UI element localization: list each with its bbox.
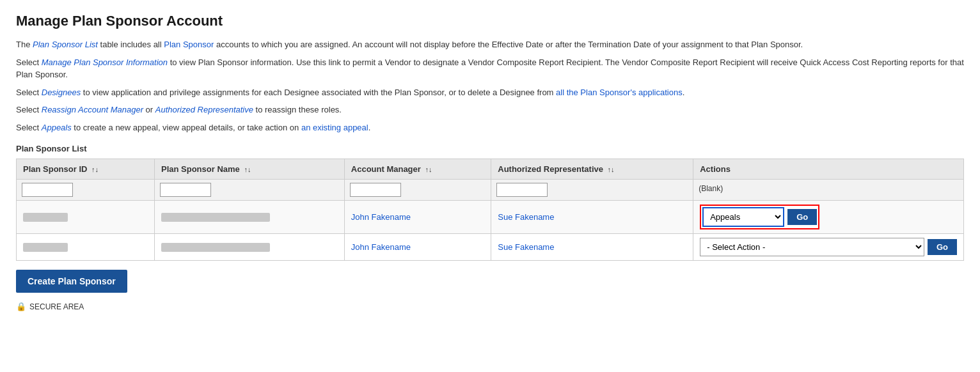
appeals-link[interactable]: Appeals — [42, 123, 72, 132]
plan-sponsor-list-link[interactable]: Plan Sponsor List — [33, 40, 98, 49]
manage-info-link[interactable]: Manage Plan Sponsor Information — [42, 58, 168, 67]
col-plan-sponsor-name[interactable]: Plan Sponsor Name ↑↓ — [155, 159, 345, 180]
col-authorized-rep[interactable]: Authorized Representative ↑↓ — [491, 159, 693, 180]
id-placeholder-2 — [23, 243, 68, 252]
blank-label: (Blank) — [699, 184, 958, 193]
existing-appeal-link[interactable]: an existing appeal — [301, 123, 368, 132]
col-account-manager[interactable]: Account Manager ↑↓ — [344, 159, 491, 180]
lock-icon: 🔒 — [16, 302, 26, 311]
description-4: Select Reassign Account Manager or Autho… — [16, 104, 964, 116]
reassign-account-link[interactable]: Reassign Account Manager — [42, 105, 143, 114]
table-header-row: Plan Sponsor ID ↑↓ Plan Sponsor Name ↑↓ … — [17, 159, 964, 180]
sort-arrows-am[interactable]: ↑↓ — [425, 166, 432, 173]
plan-sponsor-link[interactable]: Plan Sponsor — [164, 40, 214, 49]
description-1: The Plan Sponsor List table includes all… — [16, 38, 964, 51]
description-2: Select Manage Plan Sponsor Information t… — [16, 56, 964, 81]
name-placeholder-1 — [161, 213, 270, 222]
create-plan-sponsor-button[interactable]: Create Plan Sponsor — [16, 270, 127, 293]
filter-id-input[interactable] — [22, 183, 73, 197]
actions-cell-2: - Select Action - Appeals Go — [693, 234, 964, 261]
page-title: Manage Plan Sponsor Account — [16, 13, 964, 29]
name-placeholder-2 — [161, 243, 270, 252]
id-placeholder-1 — [23, 213, 68, 222]
action-row-2: - Select Action - Appeals Go — [700, 238, 957, 256]
actions-cell-1: Appeals - Select Action - Go — [693, 201, 964, 234]
account-manager-link-1[interactable]: John Fakename — [351, 212, 411, 222]
action-select-1[interactable]: Appeals - Select Action - — [702, 207, 784, 227]
authorized-rep-link-1[interactable]: Sue Fakename — [498, 212, 554, 222]
authorized-rep-link-2[interactable]: Sue Fakename — [498, 242, 554, 252]
description-5: Select Appeals to create a new appeal, v… — [16, 121, 964, 134]
filter-name-input[interactable] — [160, 183, 211, 197]
secure-area: 🔒 SECURE AREA — [16, 302, 964, 311]
action-select-2[interactable]: - Select Action - Appeals — [700, 238, 924, 256]
designees-link[interactable]: Designees — [42, 88, 81, 97]
sort-arrows-name[interactable]: ↑↓ — [244, 166, 251, 173]
col-actions: Actions — [693, 159, 964, 180]
table-row: John Fakename Sue Fakename Appeals - Sel… — [17, 201, 964, 234]
col-plan-sponsor-id[interactable]: Plan Sponsor ID ↑↓ — [17, 159, 155, 180]
authorized-rep-link[interactable]: Authorized Representative — [155, 105, 253, 114]
all-plan-sponsor-link[interactable]: all the Plan Sponsor's applications — [556, 88, 683, 97]
section-title: Plan Sponsor List — [16, 144, 964, 153]
filter-am-input[interactable] — [350, 183, 401, 197]
filter-row: (Blank) — [17, 180, 964, 201]
action-row-highlighted: Appeals - Select Action - Go — [700, 205, 819, 229]
filter-ar-input[interactable] — [496, 183, 548, 197]
secure-area-label: SECURE AREA — [29, 302, 84, 311]
sort-arrows-id[interactable]: ↑↓ — [91, 166, 99, 173]
go-button-2[interactable]: Go — [928, 239, 957, 255]
account-manager-link-2[interactable]: John Fakename — [351, 242, 411, 252]
go-button-1[interactable]: Go — [787, 209, 817, 225]
table-row: John Fakename Sue Fakename - Select Acti… — [17, 234, 964, 261]
description-3: Select Designees to view application and… — [16, 86, 964, 99]
plan-sponsor-table: Plan Sponsor ID ↑↓ Plan Sponsor Name ↑↓ … — [16, 159, 964, 261]
sort-arrows-ar[interactable]: ↑↓ — [608, 166, 615, 173]
